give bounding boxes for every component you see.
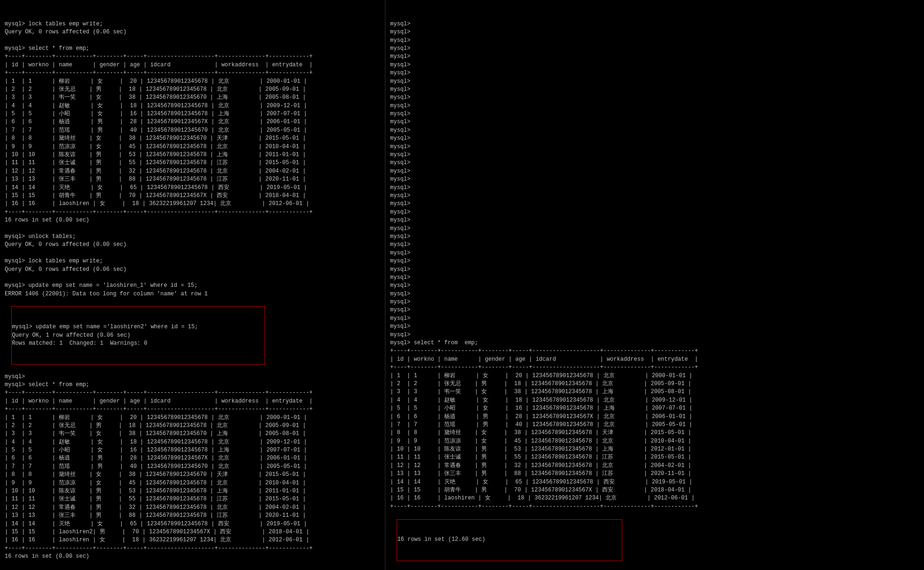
left-panel: mysql> lock tables emp write; Query OK, … <box>0 0 385 570</box>
right-prompts-top: mysql> mysql> mysql> mysql> mysql> mysql… <box>390 20 919 511</box>
left-content: mysql> lock tables emp write; Query OK, … <box>5 20 380 298</box>
left-content-after-highlight1: mysql> mysql> select * from emp; +----+-… <box>5 373 380 570</box>
highlight-block-2: 16 rows in set (12.60 sec) <box>397 519 622 561</box>
highlight-block-2-content: 16 rows in set (12.60 sec) <box>397 536 622 544</box>
highlight-block-1-content: mysql> update emp set name ='laoshiren2'… <box>12 323 265 348</box>
highlight-block-1: mysql> update emp set name ='laoshiren2'… <box>11 306 265 364</box>
right-panel: mysql> mysql> mysql> mysql> mysql> mysql… <box>385 0 924 570</box>
